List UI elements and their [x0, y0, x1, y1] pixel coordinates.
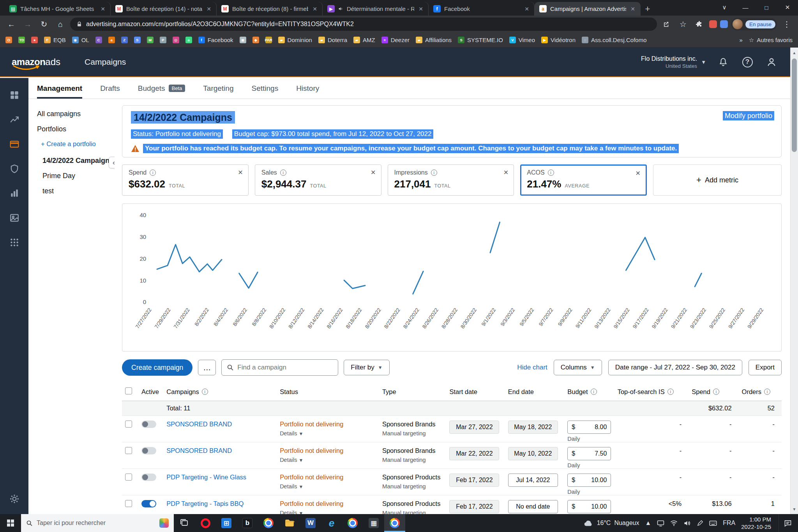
tab-close-icon[interactable]: ✕ — [206, 6, 212, 12]
tab-management[interactable]: Management — [37, 78, 82, 99]
bookmark-dominion[interactable]: ▰Dominion — [278, 37, 312, 43]
lock-icon[interactable] — [76, 21, 82, 27]
budget-field[interactable]: $7.50 — [567, 447, 611, 460]
window-close-button[interactable]: ✕ — [777, 0, 798, 15]
taskbar-app-chrome-1[interactable] — [258, 514, 279, 532]
taskbar-app-ie[interactable]: e — [321, 514, 342, 532]
bookmark-star-icon[interactable]: ☆ — [676, 18, 690, 31]
end-date-field[interactable]: Jul 14, 2022 — [508, 474, 558, 487]
bookmark-icon[interactable]: C — [95, 37, 102, 43]
home-grid-icon[interactable] — [9, 90, 19, 100]
bookmark-icon[interactable]: Z — [121, 37, 128, 43]
column-header-top-of-search-is[interactable]: Top-of-search ISi — [614, 383, 689, 401]
create-portfolio-link[interactable]: + Create a portfolio — [41, 140, 115, 148]
bookmark-icon[interactable]: a — [185, 37, 192, 43]
bookmark-ol[interactable]: ◉OL — [72, 37, 89, 43]
metric-card-impressions[interactable]: Impressionsi✕217,041TOTAL — [388, 164, 514, 196]
find-campaign-input[interactable] — [237, 364, 333, 371]
create-campaign-button[interactable]: Create campaign — [122, 359, 192, 376]
column-header-campaigns[interactable]: Campaignsi — [163, 383, 277, 401]
tab-settings[interactable]: Settings — [251, 78, 278, 99]
campaign-link[interactable]: PDP Targeting - Wine Glass — [166, 474, 246, 481]
start-date-field[interactable]: Feb 17, 2022 — [449, 500, 499, 513]
bookmark-icon[interactable]: TD — [18, 37, 25, 43]
status-details[interactable]: Details ▼ — [280, 510, 376, 514]
taskbar-app-store[interactable]: ⊞ — [216, 514, 237, 532]
tab-targeting[interactable]: Targeting — [203, 78, 233, 99]
brand-shield-icon[interactable] — [9, 163, 19, 174]
back-button[interactable]: ← — [5, 18, 18, 31]
portfolio-item[interactable]: Prime Day — [37, 168, 115, 184]
tab-close-icon[interactable]: ✕ — [100, 6, 106, 12]
info-icon[interactable]: i — [280, 170, 286, 176]
account-switcher[interactable]: Flo Distributions inc. United States ▼ — [641, 55, 706, 69]
metric-close-icon[interactable]: ✕ — [636, 170, 641, 177]
active-toggle[interactable] — [141, 474, 156, 481]
budget-field[interactable]: $10.00 — [567, 500, 611, 513]
browser-tab[interactable]: fFacebook✕ — [429, 2, 535, 16]
column-header-end-date[interactable]: End date — [505, 383, 564, 401]
apps-dots-grid-icon[interactable] — [9, 237, 19, 247]
filter-by-button[interactable]: Filter by ▼ — [344, 360, 389, 375]
taskbar-clock[interactable]: 1:00 PM 2022-10-25 — [741, 516, 771, 531]
bookmark-amz[interactable]: ▰AMZ — [353, 37, 375, 43]
sidebar-item-portfolios[interactable]: Portfolios — [37, 125, 115, 133]
status-details[interactable]: Details ▼ — [280, 457, 376, 463]
bookmark-deezer[interactable]: ≡Deezer — [381, 37, 410, 43]
bookmark-icon[interactable]: a — [108, 37, 115, 43]
pen-icon[interactable] — [697, 520, 703, 527]
scroll-up-arrow[interactable]: ▲ — [791, 48, 798, 57]
metric-close-icon[interactable]: ✕ — [503, 169, 508, 176]
bookmark-icon[interactable]: ◆ — [252, 37, 259, 43]
portfolio-item[interactable]: test — [37, 184, 115, 199]
performance-trend-icon[interactable] — [9, 114, 19, 125]
export-button[interactable]: Export — [749, 360, 782, 375]
bookmark-eqb[interactable]: EEQB — [44, 37, 66, 43]
taskbar-weather[interactable]: 16°C Nuageux — [583, 519, 639, 527]
user-account-icon[interactable] — [764, 55, 779, 69]
metric-card-acos[interactable]: ACOSi✕21.47%AVERAGE — [520, 164, 647, 196]
tab-audio-icon[interactable] — [338, 6, 343, 11]
column-header-type[interactable]: Type — [379, 383, 447, 401]
start-date-field[interactable]: Mar 27, 2022 — [449, 421, 499, 434]
language-indicator[interactable]: FRA — [723, 520, 735, 527]
search-highlights-icon[interactable] — [159, 518, 169, 528]
help-icon[interactable]: ? — [740, 55, 754, 69]
tray-chevron-up-icon[interactable]: ▲ — [645, 520, 651, 527]
bookmark-icon[interactable]: ● — [31, 37, 38, 43]
tab-close-icon[interactable]: ✕ — [524, 6, 530, 12]
start-button[interactable] — [0, 514, 21, 532]
display-icon[interactable] — [657, 520, 664, 527]
keyboard-icon[interactable] — [709, 520, 717, 526]
taskbar-search-input[interactable] — [37, 520, 155, 527]
browser-tab[interactable]: aCampaigns | Amazon Advertising✕ — [535, 2, 641, 16]
portfolio-item[interactable]: 14/2/2022 Campaigns — [37, 153, 115, 168]
new-tab-button[interactable]: + — [641, 2, 655, 16]
campaign-link[interactable]: SPONSORED BRAND — [166, 421, 232, 428]
taskbar-app-chrome-2[interactable] — [342, 514, 363, 532]
end-date-field[interactable]: May 10, 2022 — [508, 447, 558, 460]
start-date-field[interactable]: Feb 17, 2022 — [449, 474, 499, 487]
column-header-budget[interactable]: Budgeti — [564, 383, 614, 401]
taskbar-app-word[interactable]: W — [300, 514, 321, 532]
select-all-checkbox[interactable] — [125, 387, 132, 394]
row-checkbox[interactable] — [125, 421, 132, 428]
tab-history[interactable]: History — [296, 78, 319, 99]
reload-button[interactable]: ↻ — [37, 18, 51, 31]
row-checkbox[interactable] — [125, 474, 132, 481]
tab-drafts[interactable]: Drafts — [100, 78, 120, 99]
info-icon[interactable]: i — [431, 170, 437, 176]
taskbar-app-file-explorer[interactable] — [279, 514, 300, 532]
bookmark-icon[interactable]: P — [160, 37, 166, 43]
metric-card-sales[interactable]: Salesi✕$2,944.37TOTAL — [255, 164, 381, 196]
bookmark-facebook[interactable]: fFacebook — [198, 37, 233, 43]
end-date-field[interactable]: May 18, 2022 — [508, 421, 558, 434]
taskbar-search[interactable] — [21, 514, 174, 532]
tab-close-icon[interactable]: ✕ — [312, 6, 318, 12]
bookmark-icon[interactable]: S — [134, 37, 141, 43]
network-wifi-icon[interactable] — [670, 520, 678, 526]
bookmark-ass-coll-desj-cofomo[interactable]: ◌Ass.coll.Desj.Cofomo — [582, 37, 647, 43]
browser-tab[interactable]: ▤Tâches MH - Google Sheets✕ — [5, 2, 111, 16]
taskbar-app-opera[interactable] — [195, 514, 216, 532]
scroll-down-arrow[interactable]: ▼ — [791, 505, 798, 513]
